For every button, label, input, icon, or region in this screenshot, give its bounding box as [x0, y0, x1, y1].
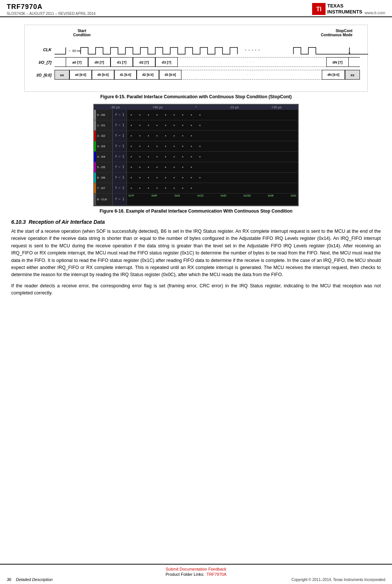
ti-logo-text: TEXAS INSTRUMENTS: [327, 3, 362, 15]
dot: [191, 146, 192, 147]
dot: [191, 114, 192, 115]
section-paragraph-1: At the start of a receive operation (whe…: [11, 228, 381, 279]
ch-d0-dots: [127, 110, 298, 120]
page-section: Detailed Description: [16, 577, 52, 582]
io7-signal: a0 [7] d0 [7] d1 [7] d2 [7] d3 [7] ··· d…: [55, 57, 360, 68]
ch-d3-label: 3 - D3: [96, 141, 113, 151]
dot: [165, 125, 166, 126]
ch-d7-dots: [127, 183, 298, 193]
ch-d7-signal: [127, 183, 298, 193]
dot: [139, 114, 140, 115]
svg-text:← 50 ns: ← 50 ns: [68, 49, 81, 53]
io60-xx1: xx: [55, 70, 69, 80]
document-title: TRF7970A: [7, 3, 96, 11]
section-title: Reception of Air Interface Data: [29, 219, 105, 225]
dot: [156, 188, 158, 189]
dot: [139, 135, 140, 136]
dot: [156, 156, 158, 157]
dot: [182, 146, 183, 147]
dot: [199, 125, 200, 126]
la-time-3: *: [195, 105, 197, 109]
dot: [182, 167, 183, 168]
dot: [156, 167, 158, 168]
io7-dN: dN [7]: [326, 57, 349, 67]
dot: [156, 125, 158, 126]
io60-d0: d0 [6:0]: [92, 70, 114, 80]
dot: [131, 177, 132, 178]
ch-d5-controls: f ⌐ 1: [113, 162, 127, 172]
dot: [156, 135, 158, 136]
dot: [165, 146, 166, 147]
ch-d6-dots: [127, 173, 298, 183]
page-number: 36: [7, 577, 11, 582]
clk-val-6: 0x230: [243, 194, 251, 204]
io60-dN: dN [6:0]: [322, 70, 345, 80]
dot: [191, 156, 192, 157]
footer-copyright: Copyright © 2011–2014, Texas Instruments…: [292, 578, 385, 582]
ch-d7-label: 7 - D7: [96, 183, 113, 193]
ch-d5-dots: [127, 162, 298, 172]
dot: [182, 135, 183, 136]
dot: [174, 135, 175, 136]
clk-val-7: 0x06: [268, 194, 273, 204]
la-time-5: +20 µs: [271, 105, 281, 109]
io60-d3: d3 [6:0]: [159, 70, 181, 80]
dot: [148, 188, 149, 189]
dot: [165, 188, 166, 189]
dot: [131, 156, 132, 157]
ch-d6-label: 6 - D6: [96, 173, 113, 183]
clk-waveform: ← 50 ns · · · · ·: [55, 44, 368, 56]
dot: [174, 114, 175, 115]
dot: [139, 146, 140, 147]
ch-d1-label: 1 - D1: [96, 120, 113, 130]
clk-val-1: 0x7F: [128, 194, 134, 204]
dot: [165, 177, 166, 178]
header-right: TI TEXAS INSTRUMENTS www.ti.com: [312, 3, 385, 15]
product-link[interactable]: TRF7970A: [206, 572, 226, 577]
io60-label: I/O_[6:0]: [32, 73, 55, 77]
ch-d1-controls: f ⌐ 1: [113, 120, 127, 130]
dot: [148, 156, 149, 157]
ch-d0-signal: [127, 110, 298, 120]
ch-d3-controls: f ⌐ 1: [113, 141, 127, 151]
io60-data-row: xx a0 [6:0] d0 [6:0] d1 [6:0] d2 [6:0] d…: [55, 70, 360, 80]
la-row-d0: 0 - D0 f ⌐ 1: [94, 110, 298, 120]
dot: [131, 135, 132, 136]
io60-a0: a0 [6:0]: [69, 70, 92, 80]
dot: [148, 125, 149, 126]
la-row-clk: 8 - CLK f ⌐ 1 0x7F 0x6F 0x91 0x1D 0x00 0…: [94, 194, 298, 206]
la-row-d4: 4 - D4 f ⌐ 1: [94, 152, 298, 162]
la-row-d3: 3 - D3 f ⌐ 1: [94, 141, 298, 152]
ch-d0-controls: f ⌐ 1: [113, 110, 127, 120]
dot: [182, 177, 183, 178]
label-start-condition: StartCondition: [73, 29, 91, 37]
io7-d1: d1 [7]: [111, 57, 133, 67]
ti-logo: TI TEXAS INSTRUMENTS: [312, 3, 362, 15]
svg-text:TI: TI: [316, 6, 321, 12]
ch-d6-signal: [127, 173, 298, 183]
ch-clk-signal: 0x7F 0x6F 0x91 0x1D 0x00 0x230 0x06 0x01: [127, 194, 298, 205]
dot: [148, 135, 149, 136]
dot: [191, 125, 192, 126]
la-time-4: -10 µs: [229, 105, 239, 109]
dot: [182, 156, 183, 157]
la-row-d5: 5 - D5 f ⌐ 1: [94, 162, 298, 173]
submit-feedback-link[interactable]: Submit Documentation Feedback: [166, 567, 227, 571]
dot: [139, 177, 140, 178]
ch-d2-dots: [127, 131, 298, 141]
dot: [131, 125, 132, 126]
ch-d2-label: 2 - D2: [96, 131, 113, 141]
io60-d1: d1 [6:0]: [114, 70, 137, 80]
product-folder-label: Product Folder Links:: [165, 572, 204, 577]
io7-d0: d0 [7]: [88, 57, 111, 67]
ch-d4-controls: f ⌐ 1: [113, 152, 127, 162]
dot: [199, 156, 200, 157]
io7-a0: a0 [7]: [66, 57, 88, 67]
ch-d6-controls: f ⌐ 1: [113, 173, 127, 183]
ch-d5-label: 5 - D5: [96, 162, 113, 172]
io60-signal: xx a0 [6:0] d0 [6:0] d1 [6:0] d2 [6:0] d…: [55, 70, 360, 80]
figure-15-caption: Figure 6-15. Parallel Interface Communic…: [11, 94, 381, 99]
clk-signal: ← 50 ns · · · · ·: [55, 44, 368, 55]
ch-d2-controls: f ⌐ 1: [113, 131, 127, 141]
dot: [148, 177, 149, 178]
